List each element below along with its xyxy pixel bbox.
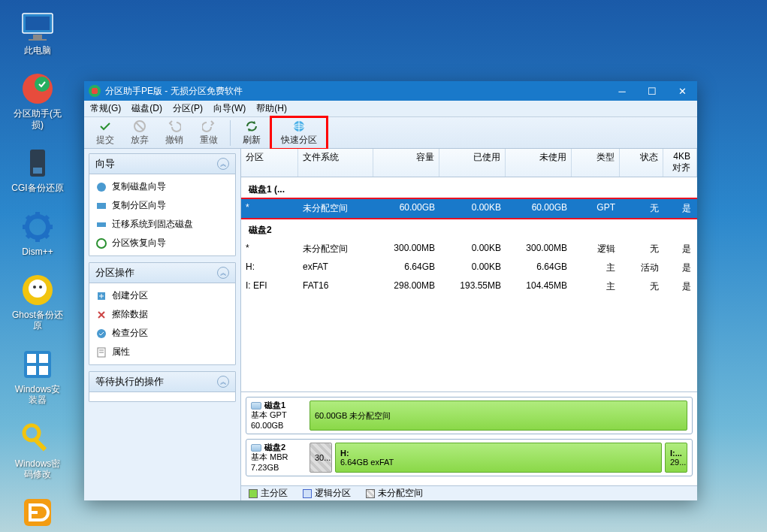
op-create-partition[interactable]: 创建分区 xyxy=(89,286,235,305)
titlebar[interactable]: 分区助手PE版 - 无损分区免费软件 ─ ☐ ✕ xyxy=(84,81,697,101)
app-icon xyxy=(89,85,101,97)
minimize-button[interactable]: ─ xyxy=(607,81,637,101)
svg-point-5 xyxy=(35,77,50,92)
partition-icon xyxy=(95,200,107,212)
chevron-up-icon[interactable]: ︽ xyxy=(217,376,229,388)
op-check-partition[interactable]: 检查分区 xyxy=(89,324,235,343)
desktop-icon-ghost[interactable]: Ghost备份还原 xyxy=(11,272,64,331)
desktop-icon-thispc[interactable]: 此电脑 xyxy=(11,8,64,56)
wizard-panel: 向导︽ 复制磁盘向导 复制分区向导 迁移系统到固态磁盘 分区恢复向导 xyxy=(89,153,236,256)
disk-map-2[interactable]: 磁盘2基本 MBR7.23GB 30... H:6.64GB exFAT I:.… xyxy=(246,439,693,476)
quick-partition-button[interactable]: 快速分区 xyxy=(270,116,328,150)
table-header: 分区文件系统容量已使用未使用类型状态4KB对齐 xyxy=(241,149,697,177)
chevron-up-icon[interactable]: ︽ xyxy=(217,158,229,170)
svg-rect-34 xyxy=(97,203,106,209)
svg-line-16 xyxy=(27,233,32,237)
disk-icon xyxy=(95,181,107,193)
svg-rect-25 xyxy=(39,366,48,375)
desktop-icon-winpwd[interactable]: Windows密码修改 xyxy=(11,421,64,480)
desktop-icon-diskgenius[interactable]: 分区工具 DiskGenius xyxy=(11,494,64,532)
disk-icon xyxy=(251,444,261,452)
undo-icon xyxy=(168,119,181,133)
properties-icon xyxy=(95,346,107,358)
svg-point-36 xyxy=(97,239,106,248)
disk1-title: 磁盘1 (... xyxy=(241,177,697,199)
svg-rect-27 xyxy=(33,437,47,451)
wizard-copy-partition[interactable]: 复制分区向导 xyxy=(89,196,235,215)
wizard-copy-disk[interactable]: 复制磁盘向导 xyxy=(89,177,235,196)
svg-line-14 xyxy=(44,233,48,237)
check-icon xyxy=(98,119,112,133)
menu-disk[interactable]: 磁盘(D) xyxy=(131,102,162,115)
svg-line-13 xyxy=(27,216,32,221)
disk2-row-2[interactable]: I: EFIFAT16298.00MB193.55MB104.45MB主无是 xyxy=(241,277,697,296)
svg-point-38 xyxy=(97,329,106,338)
desktop-icon-partition-assistant[interactable]: 分区助手(无损) xyxy=(11,71,64,130)
legend-logical-swatch xyxy=(303,489,312,498)
wizard-migrate-ssd[interactable]: 迁移系统到固态磁盘 xyxy=(89,215,235,234)
menu-help[interactable]: 帮助(H) xyxy=(256,102,287,115)
pending-panel: 等待执行的操作︽ xyxy=(89,371,236,402)
undo-button[interactable]: 撤销 xyxy=(158,118,191,148)
pending-panel-title: 等待执行的操作 xyxy=(95,375,164,388)
svg-point-18 xyxy=(29,280,47,298)
menu-partition[interactable]: 分区(P) xyxy=(173,102,203,115)
svg-rect-1 xyxy=(26,17,50,30)
disk2-seg-h[interactable]: H:6.64GB exFAT xyxy=(335,443,662,473)
svg-rect-2 xyxy=(33,35,42,39)
ops-panel-title: 分区操作 xyxy=(95,266,134,280)
wipe-icon xyxy=(95,309,107,321)
svg-point-20 xyxy=(39,286,42,289)
disk-icon xyxy=(251,402,261,410)
menu-wizard[interactable]: 向导(W) xyxy=(213,102,246,115)
disk2-row-1[interactable]: H:exFAT6.64GB0.00KB6.64GB主活动是 xyxy=(241,258,697,277)
svg-line-15 xyxy=(44,216,48,221)
globe-icon xyxy=(292,119,306,133)
legend: 主分区 逻辑分区 未分配空间 xyxy=(241,485,697,500)
desktop-icon-winsetup[interactable]: Windows安装器 xyxy=(11,346,64,406)
disk2-seg-i[interactable]: I:...29... xyxy=(665,443,687,473)
recover-icon xyxy=(95,237,107,249)
discard-icon xyxy=(133,119,146,133)
disk2-row-0[interactable]: *未分配空间300.00MB0.00KB300.00MB逻辑无是 xyxy=(241,240,697,258)
redo-icon xyxy=(202,119,216,133)
desktop-icon-cgi-backup[interactable]: CGI备份还原 xyxy=(11,145,64,193)
redo-button[interactable]: 重做 xyxy=(192,118,225,148)
discard-button[interactable]: 放弃 xyxy=(123,118,156,148)
legend-primary-swatch xyxy=(249,489,258,498)
disk2-title: 磁盘2 xyxy=(241,218,697,240)
wizard-panel-title: 向导 xyxy=(95,157,115,171)
disk1-row-0[interactable]: *未分配空间60.00GB0.00KB60.00GBGPT无是 xyxy=(241,199,697,218)
ops-panel: 分区操作︽ 创建分区 擦除数据 检查分区 属性 xyxy=(89,262,236,365)
op-wipe-data[interactable]: 擦除数据 xyxy=(89,305,235,324)
main-panel: 分区文件系统容量已使用未使用类型状态4KB对齐 磁盘1 (... *未分配空间6… xyxy=(240,149,697,500)
ssd-icon xyxy=(95,219,107,231)
disk-map-1[interactable]: 磁盘1基本 GPT60.00GB 60.00GB 未分配空间 xyxy=(246,397,693,434)
svg-point-33 xyxy=(97,183,106,192)
disk2-seg-unalloc[interactable]: 30... xyxy=(310,443,332,473)
wizard-recover-partition[interactable]: 分区恢复向导 xyxy=(89,234,235,252)
close-button[interactable]: ✕ xyxy=(667,81,697,101)
refresh-button[interactable]: 刷新 xyxy=(235,118,268,148)
svg-rect-3 xyxy=(29,39,47,41)
svg-point-19 xyxy=(33,286,36,289)
chevron-up-icon[interactable]: ︽ xyxy=(217,267,229,279)
refresh-icon xyxy=(245,119,258,133)
sidebar: 向导︽ 复制磁盘向导 复制分区向导 迁移系统到固态磁盘 分区恢复向导 分区操作︽… xyxy=(84,149,240,500)
disk-maps: 磁盘1基本 GPT60.00GB 60.00GB 未分配空间 磁盘2基本 MBR… xyxy=(241,391,697,485)
svg-rect-23 xyxy=(39,354,48,363)
svg-rect-35 xyxy=(97,222,106,227)
commit-button[interactable]: 提交 xyxy=(89,118,122,148)
op-properties[interactable]: 属性 xyxy=(89,343,235,361)
disk1-seg-unalloc[interactable]: 60.00GB 未分配空间 xyxy=(310,401,687,431)
svg-rect-24 xyxy=(27,366,36,375)
window-title: 分区助手PE版 - 无损分区免费软件 xyxy=(105,85,243,98)
desktop-icon-dism[interactable]: Dism++ xyxy=(11,209,64,257)
check-circle-icon xyxy=(95,328,107,340)
legend-unalloc-swatch xyxy=(366,489,375,498)
create-icon xyxy=(95,290,107,302)
menu-general[interactable]: 常规(G) xyxy=(90,102,121,115)
menubar: 常规(G) 磁盘(D) 分区(P) 向导(W) 帮助(H) xyxy=(84,101,697,117)
partition-table: 磁盘1 (... *未分配空间60.00GB0.00KB60.00GBGPT无是… xyxy=(241,177,697,391)
maximize-button[interactable]: ☐ xyxy=(637,81,667,101)
